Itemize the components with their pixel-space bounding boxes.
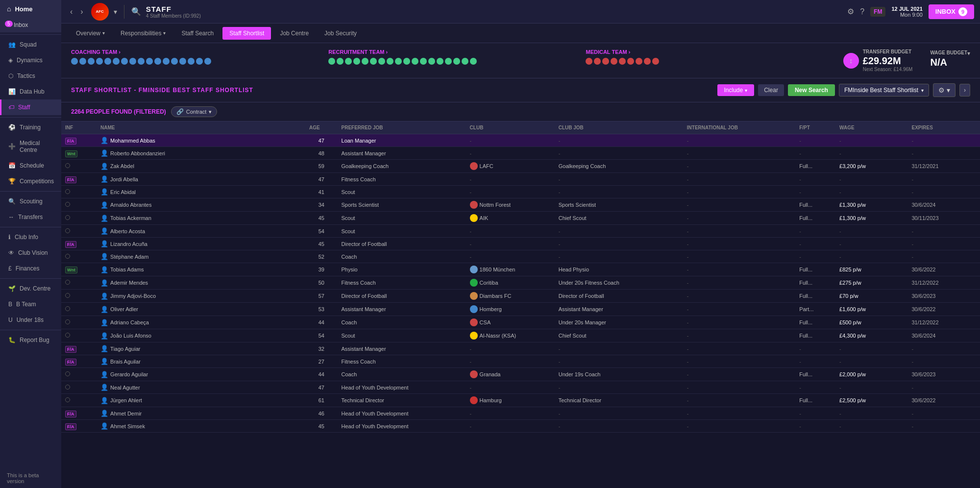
name-cell[interactable]: 👤Tiago Aguiar [97,342,305,355]
table-row[interactable]: Wnt👤Tobias Adams39Physio1860 MünchenHead… [61,263,980,276]
subnav-job-centre[interactable]: Job Centre [273,27,316,40]
table-row[interactable]: 👤Zak Abdel59Goalkeeping CoachLAFCGoalkee… [61,160,980,173]
table-row[interactable]: F/A👤Mohammed Abbas47Loan Manager------ [61,134,980,147]
gear-button[interactable]: ⚙ ▾ [933,83,956,97]
sidebar-item-scouting[interactable]: 🔍 Scouting [0,194,61,209]
nav-back-button[interactable]: ‹ [67,6,75,17]
subnav-overview[interactable]: Overview ▾ [69,27,112,40]
sidebar-item-schedule[interactable]: 📅 Schedule [0,158,61,173]
contract-filter-tag[interactable]: 🔗 Contract ▾ [171,106,218,117]
col-header-clubjob[interactable]: CLUB JOB [555,122,683,134]
table-row[interactable]: F/A👤Jordi Abella47Fitness Coach------ [61,173,980,186]
col-header-name[interactable]: NAME [97,122,305,134]
sidebar-item-training[interactable]: ⚽ Training [0,120,61,135]
name-cell[interactable]: 👤Brais Aguilar [97,355,305,368]
sidebar-item-tactics[interactable]: ⬡ Tactics [0,68,61,84]
sidebar-item-finances[interactable]: £ Finances [0,261,61,276]
wage-expand-button[interactable]: ▾ [967,50,970,57]
sidebar-item-clubvision[interactable]: 👁 Club Vision [0,245,61,261]
table-row[interactable]: F/A👤Brais Aguilar27Fitness Coach------ [61,355,980,368]
sidebar-item-reportbug[interactable]: 🐛 Report Bug [0,332,61,348]
table-row[interactable]: F/A👤Tiago Aguiar32Assistant Manager-----… [61,342,980,355]
table-row[interactable]: 👤Tobias Ackerman45ScoutAIKChief Scout-Fu… [61,212,980,225]
col-header-club[interactable]: CLUB [466,122,555,134]
name-cell[interactable]: 👤Ahmet Demir [97,407,305,420]
table-row[interactable]: F/A👤Ahmet Demir46Head of Youth Developme… [61,407,980,420]
name-cell[interactable]: 👤Ademir Mendes [97,276,305,290]
table-row[interactable]: 👤Oliver Adler53Assistant ManagerHombergA… [61,303,980,316]
sidebar-item-competitions[interactable]: 🏆 Competitions [0,173,61,189]
name-cell[interactable]: 👤Mohammed Abbas [97,134,305,147]
table-row[interactable]: 👤Eric Abidal41Scout------ [61,186,980,198]
subnav-staff-shortlist[interactable]: Staff Shortlist [222,27,271,40]
sidebar-item-home[interactable]: ⌂ Home [0,0,61,18]
table-row[interactable]: 👤João Luis Afonso54ScoutAl-Nassr (KSA)Ch… [61,329,980,342]
name-cell[interactable]: 👤Jürgen Ahlert [97,394,305,407]
table-row[interactable]: 👤Ademir Mendes50Fitness CoachCoritibaUnd… [61,276,980,290]
table-row[interactable]: 👤Arnaldo Abrantes34Sports ScientistNottm… [61,198,980,212]
sidebar-item-devcentre[interactable]: 🌱 Dev. Centre [0,281,61,296]
shortlist-selector[interactable]: FMInside Best Staff Shortlist ▾ [839,84,929,97]
name-cell[interactable]: 👤Alberto Acosta [97,225,305,238]
sidebar-item-clubinfo[interactable]: ℹ Club Info [0,229,61,245]
table-row[interactable]: F/A👤Lizandro Acuña45Director of Football… [61,238,980,250]
club-dropdown-button[interactable]: ▾ [114,8,117,16]
sidebar-item-datahub[interactable]: 📊 Data Hub [0,84,61,99]
name-cell[interactable]: 👤Neal Agutter [97,381,305,394]
clear-button[interactable]: Clear [758,84,784,96]
expand-button[interactable]: › [959,84,970,97]
table-row[interactable]: 👤Adriano Cabeça44CoachCSAUnder 20s Manag… [61,316,980,329]
col-header-expires[interactable]: EXPIRES [907,122,980,134]
sidebar-item-squad[interactable]: 👥 Squad [0,37,61,52]
table-row[interactable]: 👤Jürgen Ahlert61Technical DirectorHambur… [61,394,980,407]
subnav-responsibilities[interactable]: Responsibilities ▾ [114,27,172,40]
table-row[interactable]: 👤Gerardo Aguilar44CoachGranadaUnder 19s … [61,368,980,381]
nav-forward-button[interactable]: › [77,6,86,17]
table-row[interactable]: 👤Jimmy Adjovi-Boco57Director of Football… [61,290,980,303]
new-search-button[interactable]: New Search [788,84,835,96]
name-cell[interactable]: 👤Jimmy Adjovi-Boco [97,290,305,303]
table-row[interactable]: 👤Alberto Acosta54Scout------ [61,225,980,238]
name-cell[interactable]: 👤Eric Abidal [97,186,305,198]
name-cell[interactable]: 👤Arnaldo Abrantes [97,198,305,212]
help-icon[interactable]: ? [860,7,864,16]
col-header-wage[interactable]: WAGE [835,122,907,134]
table-row[interactable]: 👤Neal Agutter47Head of Youth Development… [61,381,980,394]
coaching-team-title[interactable]: COACHING TEAM › [71,49,318,55]
table-row[interactable]: Wnt👤Roberto Abbondanzieri48Assistant Man… [61,147,980,160]
person-icon: 👤 [100,358,108,365]
name-cell[interactable]: 👤João Luis Afonso [97,329,305,342]
name-cell[interactable]: 👤Zak Abdel [97,160,305,173]
col-header-age[interactable]: AGE [305,122,338,134]
recruitment-team-title[interactable]: RECRUITMENT TEAM › [328,49,576,55]
name-cell[interactable]: 👤Oliver Adler [97,303,305,316]
table-row[interactable]: F/A👤Ahmet Simsek45Head of Youth Developm… [61,420,980,433]
sidebar-item-bteam[interactable]: B B Team [0,296,61,312]
sidebar-item-under18s[interactable]: U Under 18s [0,312,61,328]
name-cell[interactable]: 👤Tobias Adams [97,263,305,276]
name-cell[interactable]: 👤Gerardo Aguilar [97,368,305,381]
name-cell[interactable]: 👤Jordi Abella [97,173,305,186]
page-title-area: STAFF 4 Staff Members (ID:992) [146,5,201,19]
medical-team-title[interactable]: MEDICAL TEAM › [586,49,833,55]
sidebar-item-transfers[interactable]: ↔ Transfers [0,209,61,225]
sidebar-item-inbox[interactable]: 5 Inbox [0,18,61,32]
col-header-job[interactable]: PREFERRED JOB [338,122,466,134]
name-cell[interactable]: 👤Adriano Cabeça [97,316,305,329]
name-cell[interactable]: 👤Ahmet Simsek [97,420,305,433]
name-cell[interactable]: 👤Stéphane Adam [97,250,305,263]
col-header-fpt[interactable]: F/PT [795,122,835,134]
name-cell[interactable]: 👤Tobias Ackerman [97,212,305,225]
col-header-intjob[interactable]: INTERNATIONAL JOB [683,122,795,134]
sidebar-item-medical[interactable]: ➕ Medical Centre [0,135,61,158]
settings-icon[interactable]: ⚙ [847,7,854,16]
sidebar-item-dynamics[interactable]: ◈ Dynamics [0,52,61,68]
sidebar-item-staff[interactable]: 🏷 Staff [0,99,61,115]
include-button[interactable]: Include ▾ [717,84,755,96]
name-cell[interactable]: 👤Lizandro Acuña [97,238,305,250]
subnav-staff-search[interactable]: Staff Search [174,27,220,40]
table-row[interactable]: 👤Stéphane Adam52Coach------ [61,250,980,263]
subnav-job-security[interactable]: Job Security [318,27,364,40]
inbox-button[interactable]: INBOX 9 [929,4,974,19]
name-cell[interactable]: 👤Roberto Abbondanzieri [97,147,305,160]
